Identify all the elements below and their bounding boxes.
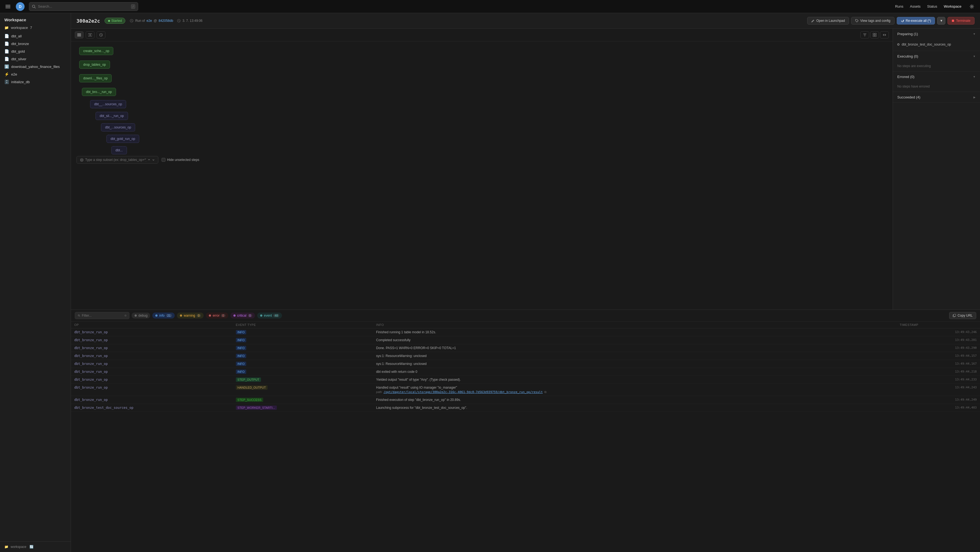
filter-error-btn[interactable]: error 0 [206,312,228,319]
type-badge: INFO [236,338,246,342]
sidebar-item-download-yahoo[interactable]: ⬇️ download_yahoo_finance_files [0,63,71,70]
log-timestamp-cell: 13:49:43,290 [896,344,980,352]
panel-succeeded-header[interactable]: Succeeded (4) ▶ [893,92,980,103]
run-commit-link[interactable]: 842058db [159,19,173,23]
svg-rect-11 [77,36,81,36]
copy-url-button[interactable]: Copy URL [949,312,976,319]
panel-preparing-header[interactable]: Preparing (1) ▼ [893,29,980,39]
log-timestamp-cell: 13:49:44,218 [896,368,980,376]
terminate-button[interactable]: Terminate [948,17,975,25]
filter-info-btn[interactable]: info 21 [152,312,175,319]
nav-assets[interactable]: Assets [910,4,921,8]
log-type-cell: INFO [232,328,373,336]
reexecute-button[interactable]: Re-execute all (*) [897,17,935,25]
settings-button[interactable] [968,3,976,10]
reexecute-split-button[interactable]: ▼ [937,17,945,25]
svg-rect-15 [873,33,874,35]
sidebar-item-initialize-db[interactable]: 🗄️ initialize_db [0,78,71,86]
timeline-btn[interactable] [97,31,105,38]
sidebar-title: Workspace [0,13,71,24]
pencil-icon [811,19,815,22]
run-timestamp: 3. 7. 13:49:06 [182,19,202,23]
run-user-link[interactable]: e2e [146,19,152,23]
svg-rect-17 [873,35,874,36]
dbt-silver-icon: 📄 [4,57,9,61]
sidebar-footer[interactable]: 📁 workspace 🔄 [0,541,71,552]
path-link[interactable]: /opt/dagster/local/storage/300a2e2c-316c… [383,390,542,394]
sidebar-item-dbt-bronze[interactable]: 📄 dbt_bronze [0,40,71,48]
svg-point-5 [971,6,973,7]
search-shortcut: / [131,4,135,9]
step-subset-input[interactable] [85,158,146,162]
nav-workspace[interactable]: Workspace [944,4,961,8]
search-bar: / [29,2,138,11]
app-layout: Workspace 📁 workspace 7 📄 dbt_all 📄 dbt_… [0,13,980,552]
hide-unselected-checkbox[interactable] [162,158,165,162]
search-icon [32,5,36,8]
panel-executing-header[interactable]: Executing (0) ▼ [893,51,980,62]
panel-preparing: Preparing (1) ▼ dbt_bronze_test_doc_sour… [893,29,980,51]
node-dbt-sil-run[interactable]: dbt_sil..._run_op [95,112,128,120]
log-info-cell: Completed successfully [373,336,896,344]
filter-btn[interactable] [861,31,869,38]
filter-clear-icon[interactable] [124,314,126,317]
nav-status[interactable]: Status [927,4,937,8]
critical-icon [233,314,236,317]
event-icon [260,314,262,317]
copy-path-icon[interactable]: ⧉ [544,390,547,394]
node-create-schema[interactable]: create_sche..._op [79,47,113,55]
panel-errored-header[interactable]: Errored (0) ▼ [893,71,980,82]
log-timestamp-cell: 13:49:44,249 [896,396,980,404]
sidebar-item-label: dbt_bronze [11,42,29,46]
node-dbt-sources-1[interactable]: dbt__...sources_op [90,100,126,108]
node-dbt-last[interactable]: dbt... [111,146,127,154]
node-download-files[interactable]: downl..._files_op [79,74,111,82]
svg-point-20 [78,315,80,316]
svg-rect-30 [954,314,956,316]
open-in-launchpad-button[interactable]: Open in Launchpad [807,17,849,25]
sidebar-item-e2e[interactable]: ⚡ e2e [0,70,71,78]
node-dbt-gold-run[interactable]: dbt_gold_run_op [107,135,139,143]
run-id: 300a2e2c [76,18,100,24]
sidebar-workspace-root[interactable]: 📁 workspace 7 [0,24,71,31]
log-op-cell: dbt_bronze_run_op [71,376,232,384]
type-badge: INFO [236,370,246,374]
log-timestamp-cell: 13:49:44,233 [896,376,980,384]
top-nav: D / Runs Assets Status Workspace [0,0,980,13]
graph-main[interactable]: create_sche..._op drop_tables_op downl..… [71,41,892,309]
filter-critical-btn[interactable]: critical 0 [231,312,255,319]
log-op-cell: dbt_bronze_run_op [71,384,232,396]
executing-title: Executing (0) [897,54,918,59]
folder-icon: 📁 [4,25,9,30]
sidebar-item-dbt-gold[interactable]: 📄 dbt_gold [0,48,71,55]
hide-unselected-label[interactable]: Hide unselected steps [162,158,199,162]
log-filter-input[interactable] [82,314,123,317]
executing-content: No steps are executing [893,62,980,71]
preparing-step-label: dbt_bronze_test_doc_sources_op [902,43,951,46]
collapse-btn[interactable] [880,31,889,38]
nav-runs[interactable]: Runs [895,4,903,8]
split-view-btn[interactable] [86,31,94,38]
hamburger-button[interactable] [4,3,11,10]
log-op-cell: dbt_bronze_run_op [71,396,232,404]
log-info-cell: Finished running 1 table model in 18.52s… [373,328,896,336]
view-tags-button[interactable]: View tags and config [851,17,894,25]
node-drop-tables[interactable]: drop_tables_op [79,60,110,69]
sidebar-item-label: dbt_gold [11,49,25,54]
run-of-icon [130,19,134,23]
node-dbt-sources-2[interactable]: dbt_...sources_op [101,123,135,132]
node-dbt-bro-run[interactable]: dbt_bro..._run_op [82,88,116,96]
tag-icon [855,19,859,22]
view-toggle-btn[interactable] [870,31,879,38]
list-view-btn[interactable] [75,31,84,38]
search-input[interactable] [38,4,129,8]
preparing-content: dbt_bronze_test_doc_sources_op [893,39,980,51]
succeeded-title: Succeeded (4) [897,95,921,99]
sidebar-item-dbt-all[interactable]: 📄 dbt_all [0,32,71,40]
filter-debug-btn[interactable]: debug [132,312,150,319]
type-badge: INFO [236,362,246,366]
filter-search-icon [78,314,80,317]
filter-event-btn[interactable]: event 48 [257,312,282,319]
filter-warning-btn[interactable]: warning 0 [177,312,204,319]
sidebar-item-dbt-silver[interactable]: 📄 dbt_silver [0,55,71,63]
